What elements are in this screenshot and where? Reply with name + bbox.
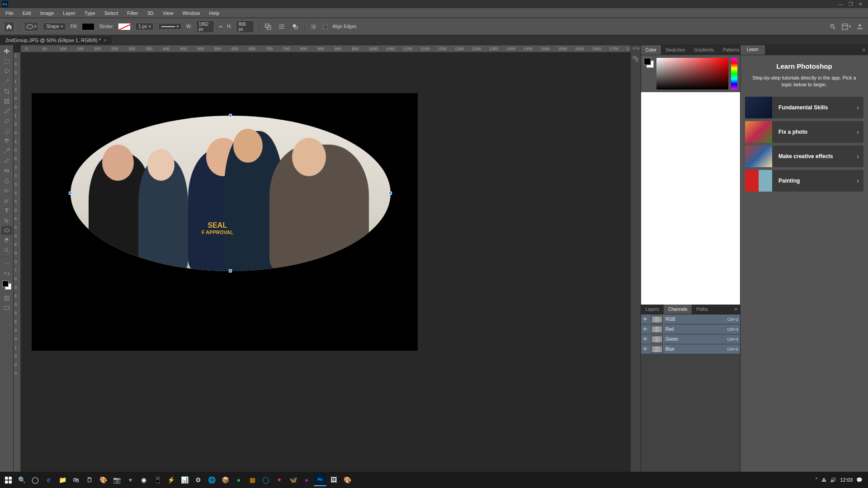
learn-card[interactable]: Painting › bbox=[745, 170, 863, 192]
menu-image[interactable]: Image bbox=[36, 9, 59, 17]
visibility-eye-icon[interactable]: 👁 bbox=[643, 347, 648, 352]
pen-tool[interactable] bbox=[1, 196, 12, 205]
magic-wand-tool[interactable] bbox=[1, 77, 12, 86]
canvas-viewport[interactable]: SEAL F APPROVAL bbox=[21, 52, 630, 472]
menu-edit[interactable]: Edit bbox=[18, 9, 36, 17]
taskbar-app-icon[interactable]: 🗒 bbox=[83, 474, 96, 486]
home-button[interactable] bbox=[4, 21, 14, 32]
brush-tool[interactable] bbox=[1, 127, 12, 136]
edge-icon[interactable]: e bbox=[42, 474, 55, 486]
dock-collapse-strip[interactable]: ≪≫ bbox=[631, 45, 641, 52]
fg-bg-colors[interactable] bbox=[2, 281, 11, 290]
channel-row[interactable]: 👁 Green Ctrl+4 bbox=[641, 334, 740, 344]
blur-tool[interactable] bbox=[1, 176, 12, 185]
taskbar-app-icon[interactable]: 🦋 bbox=[287, 474, 299, 486]
close-button[interactable]: ✕ bbox=[859, 1, 863, 7]
notifications-icon[interactable]: 💬 bbox=[856, 477, 863, 483]
explorer-icon[interactable]: 📁 bbox=[56, 474, 69, 486]
maximize-button[interactable]: ❐ bbox=[849, 1, 853, 7]
path-arrange-button[interactable] bbox=[291, 22, 300, 31]
stroke-width-input[interactable]: 1 px▾ bbox=[135, 23, 154, 30]
tab-swatches[interactable]: Swatches bbox=[661, 45, 689, 55]
taskbar-app-icon[interactable]: 🎨 bbox=[341, 474, 354, 486]
taskbar-app-icon[interactable]: ● bbox=[300, 474, 313, 486]
path-select-tool[interactable] bbox=[1, 216, 12, 225]
stroke-style-dropdown[interactable]: ▾ bbox=[158, 23, 182, 30]
visibility-eye-icon[interactable]: 👁 bbox=[643, 317, 648, 322]
clone-tool[interactable] bbox=[1, 136, 12, 145]
frame-tool[interactable] bbox=[1, 97, 12, 106]
stroke-swatch[interactable] bbox=[118, 23, 131, 30]
channel-row[interactable]: 👁 Red Ctrl+3 bbox=[641, 324, 740, 334]
sel-handle-right[interactable] bbox=[389, 192, 392, 195]
search-button[interactable] bbox=[828, 22, 837, 31]
link-wh-icon[interactable]: ⇔ bbox=[219, 24, 222, 29]
marquee-tool[interactable] bbox=[1, 57, 12, 66]
path-align-button[interactable] bbox=[277, 22, 286, 31]
panel-menu-icon[interactable]: ≡ bbox=[860, 45, 868, 55]
path-combine-button[interactable] bbox=[264, 22, 273, 31]
menu-select[interactable]: Select bbox=[100, 9, 123, 17]
menu-layer[interactable]: Layer bbox=[58, 9, 80, 17]
gradient-tool[interactable] bbox=[1, 166, 12, 175]
spotify-icon[interactable]: ● bbox=[232, 474, 245, 486]
lasso-tool[interactable] bbox=[1, 67, 12, 76]
panel-menu-icon[interactable]: ≡ bbox=[732, 305, 740, 314]
height-input[interactable]: 906 px bbox=[236, 20, 254, 33]
taskbar-app-icon[interactable]: 📊 bbox=[178, 474, 191, 486]
workspace-button[interactable]: ▾ bbox=[842, 22, 851, 31]
share-button[interactable] bbox=[855, 22, 864, 31]
type-tool[interactable] bbox=[1, 206, 12, 215]
menu-help[interactable]: Help bbox=[205, 9, 224, 17]
search-button[interactable]: 🔍 bbox=[15, 474, 28, 486]
foreground-color[interactable] bbox=[2, 281, 9, 287]
close-tab-icon[interactable]: × bbox=[104, 38, 106, 43]
taskbar-app-icon[interactable]: ⚡ bbox=[165, 474, 177, 486]
tray-chevron-icon[interactable]: ˄ bbox=[815, 477, 818, 483]
document-canvas[interactable]: SEAL F APPROVAL bbox=[32, 93, 418, 351]
sel-handle-top[interactable] bbox=[229, 114, 232, 117]
shape-mode-dropdown[interactable]: Shape▾ bbox=[43, 23, 66, 30]
sel-handle-left[interactable] bbox=[69, 192, 72, 195]
zoom-tool[interactable] bbox=[1, 246, 12, 255]
ellipse-tool[interactable] bbox=[1, 226, 12, 235]
quickmask-button[interactable] bbox=[1, 294, 12, 303]
volume-icon[interactable]: 🔊 bbox=[830, 477, 836, 483]
color-fgbg-mini[interactable] bbox=[644, 58, 654, 68]
dodge-tool[interactable] bbox=[1, 186, 12, 195]
hand-tool[interactable] bbox=[1, 236, 12, 245]
swap-colors-icon[interactable] bbox=[1, 269, 12, 278]
menu-filter[interactable]: Filter bbox=[123, 9, 142, 17]
edit-toolbar-button[interactable]: ⋯ bbox=[1, 259, 12, 268]
healing-tool[interactable] bbox=[1, 117, 12, 126]
move-tool[interactable] bbox=[1, 47, 12, 56]
taskbar-app-icon[interactable]: ▾ bbox=[124, 474, 137, 486]
tab-color[interactable]: Color bbox=[641, 45, 661, 55]
network-icon[interactable]: 🖧 bbox=[821, 477, 826, 483]
history-brush-tool[interactable] bbox=[1, 146, 12, 155]
taskbar-app-icon[interactable]: ✦ bbox=[273, 474, 286, 486]
visibility-eye-icon[interactable]: 👁 bbox=[643, 327, 648, 332]
taskbar-app-icon[interactable]: 📦 bbox=[219, 474, 231, 486]
steam-icon[interactable]: ◉ bbox=[137, 474, 150, 486]
width-input[interactable]: 1862 px bbox=[196, 20, 214, 33]
shape-tool-indicator[interactable]: ▾ bbox=[24, 22, 38, 32]
tab-paths[interactable]: Paths bbox=[692, 305, 712, 314]
learn-card[interactable]: Make creative effects › bbox=[745, 145, 863, 167]
align-edges-checkbox[interactable] bbox=[323, 24, 328, 29]
start-button[interactable] bbox=[2, 474, 14, 486]
eyedropper-tool[interactable] bbox=[1, 107, 12, 116]
learn-card[interactable]: Fix a photo › bbox=[745, 121, 863, 143]
taskbar-app-icon[interactable]: ⚙ bbox=[192, 474, 204, 486]
learn-card[interactable]: Fundamental Skills › bbox=[745, 97, 863, 118]
document-tab[interactable]: 2ndGroup.JPG @ 50% (Ellipse 1, RGB/8) * … bbox=[0, 36, 113, 44]
eraser-tool[interactable] bbox=[1, 156, 12, 165]
history-panel-icon[interactable] bbox=[631, 54, 640, 63]
taskbar-app-icon[interactable]: 📷 bbox=[110, 474, 123, 486]
horizontal-ruler[interactable]: 0501001502002503003504004505005506006507… bbox=[21, 45, 630, 52]
channel-row[interactable]: 👁 Blue Ctrl+5 bbox=[641, 344, 740, 354]
menu-view[interactable]: View bbox=[158, 9, 178, 17]
photoshop-taskbar-icon[interactable]: Ps bbox=[314, 474, 326, 486]
ellipse-shape-content[interactable]: SEAL F APPROVAL bbox=[71, 116, 391, 271]
cortana-button[interactable]: ◯ bbox=[29, 474, 42, 486]
